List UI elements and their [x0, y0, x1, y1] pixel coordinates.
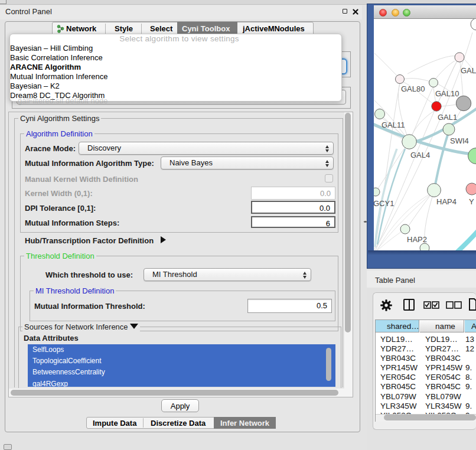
svg-text:GAL1: GAL1 [438, 113, 457, 122]
svg-text:GAL80: GAL80 [401, 84, 425, 93]
svg-text:SWI4: SWI4 [450, 136, 469, 145]
svg-text:GAL7: GAL7 [461, 66, 476, 75]
svg-text:Y: Y [469, 197, 474, 206]
svg-text:GAL10: GAL10 [435, 89, 459, 98]
svg-text:HAP2: HAP2 [407, 235, 427, 244]
svg-text:GAL4: GAL4 [410, 151, 430, 159]
svg-text:HAP4: HAP4 [436, 197, 457, 206]
svg-text:GAL11: GAL11 [382, 120, 405, 129]
svg-text:GCY1: GCY1 [374, 199, 394, 208]
